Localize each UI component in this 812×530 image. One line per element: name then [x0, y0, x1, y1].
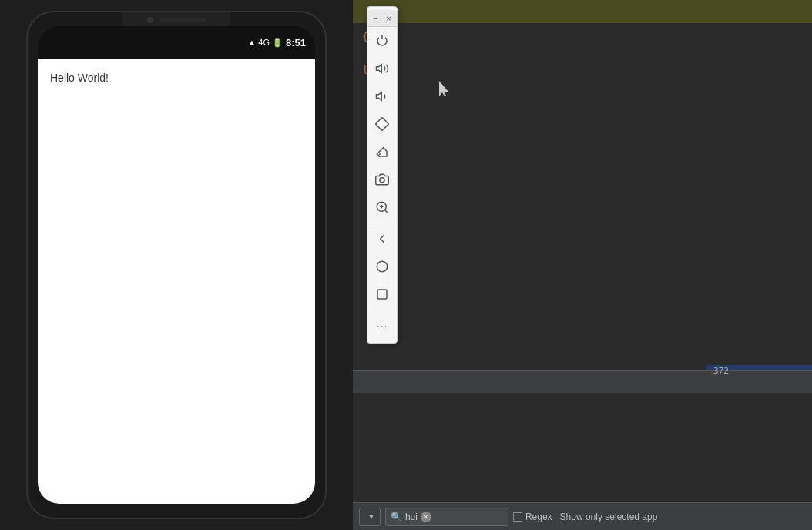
screenshot-button[interactable] [368, 166, 396, 193]
bottom-toolbar: ▼ 🔍 hui × Regex Show only selected app [353, 502, 812, 530]
phone-area: ▲ 4G 🔋 8:51 Hello World! [0, 0, 353, 530]
line-number: 372 [713, 366, 729, 376]
svg-rect-2 [376, 118, 389, 131]
more-options-button[interactable]: ··· [368, 312, 396, 340]
regex-toggle[interactable]: Regex [513, 512, 552, 522]
phone-time: 8:51 [286, 37, 306, 49]
phone-screen-container: ▲ 4G 🔋 8:51 Hello World! [38, 26, 315, 504]
phone-screen: Hello World! [38, 59, 315, 504]
floating-toolbar: − × [367, 6, 398, 344]
eraser-button[interactable] [368, 138, 396, 166]
chevron-down-icon: ▼ [367, 512, 375, 521]
phone-outer: ▲ 4G 🔋 8:51 Hello World! [26, 11, 327, 519]
toolbar-divider-2 [371, 310, 393, 310]
toolbar-title-bar: − × [367, 10, 397, 27]
signal-icon: ▲ [247, 38, 256, 47]
phone-status-bar: ▲ 4G 🔋 8:51 [38, 26, 315, 59]
regex-label: Regex [525, 512, 552, 522]
phone-content: Hello World! [38, 59, 315, 504]
log-panel-header [353, 370, 812, 393]
ellipsis-icon: ··· [377, 320, 388, 332]
search-clear-button[interactable]: × [421, 512, 431, 522]
regex-checkbox[interactable] [513, 512, 522, 522]
search-icon: 🔍 [391, 512, 402, 522]
phone-camera [147, 17, 153, 23]
volume-down-button[interactable] [368, 82, 396, 110]
battery-icon: 🔋 [272, 38, 283, 48]
back-button[interactable] [368, 225, 396, 253]
svg-rect-9 [377, 290, 387, 299]
svg-point-3 [380, 178, 384, 183]
close-button[interactable]: × [384, 13, 394, 24]
phone-top-bar [122, 12, 230, 28]
log-panel: ▼ 🔍 hui × Regex Show only selected app [353, 370, 812, 530]
code-editor[interactable]: { { [353, 23, 812, 347]
phone-status-icons: ▲ 4G 🔋 [247, 38, 283, 48]
volume-up-button[interactable] [368, 55, 396, 82]
phone-speaker [159, 18, 206, 22]
zoom-in-button[interactable] [368, 193, 396, 221]
svg-marker-1 [377, 92, 382, 101]
show-only-selected-app-button[interactable]: Show only selected app [557, 512, 661, 522]
search-input-value[interactable]: hui [405, 512, 418, 522]
svg-point-8 [377, 261, 388, 272]
rotate-button[interactable] [368, 110, 396, 138]
home-button[interactable] [368, 253, 396, 280]
lte-icon: 4G [258, 38, 270, 47]
svg-line-5 [384, 210, 387, 212]
power-button[interactable] [368, 27, 396, 55]
toolbar-divider-1 [371, 223, 393, 223]
recents-button[interactable] [368, 280, 396, 308]
search-container: 🔍 hui × [385, 508, 508, 526]
log-level-dropdown[interactable]: ▼ [359, 508, 381, 526]
editor-area: { { 372 ▼ 🔍 hui × Regex [353, 0, 812, 530]
minimize-button[interactable]: − [371, 13, 381, 24]
hello-world-label: Hello World! [50, 72, 109, 84]
log-content [353, 393, 812, 507]
svg-marker-0 [377, 65, 382, 73]
ide-header [353, 0, 812, 23]
